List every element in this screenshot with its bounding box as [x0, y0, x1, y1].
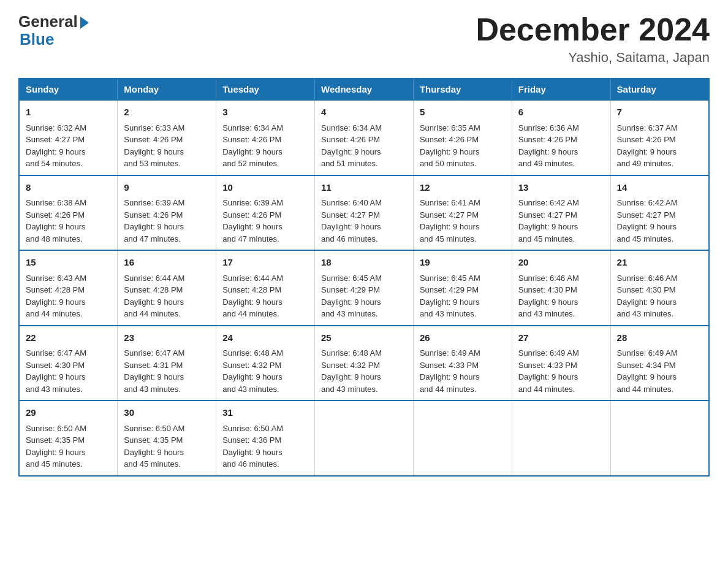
day-number: 1: [26, 105, 111, 120]
day-number: 27: [518, 331, 604, 345]
day-number: 14: [617, 181, 702, 195]
day-number: 25: [321, 331, 407, 345]
calendar-week-3: 15Sunrise: 6:43 AMSunset: 4:28 PMDayligh…: [19, 250, 709, 326]
calendar-cell: 24Sunrise: 6:48 AMSunset: 4:32 PMDayligh…: [216, 326, 315, 401]
day-info: Sunrise: 6:44 AMSunset: 4:28 PMDaylight:…: [124, 272, 210, 320]
day-info: Sunrise: 6:36 AMSunset: 4:26 PMDaylight:…: [518, 122, 604, 170]
logo: General Blue: [18, 12, 89, 49]
calendar-header-row: SundayMondayTuesdayWednesdayThursdayFrid…: [19, 79, 709, 100]
calendar-cell: 27Sunrise: 6:49 AMSunset: 4:33 PMDayligh…: [512, 326, 610, 401]
calendar-cell: 11Sunrise: 6:40 AMSunset: 4:27 PMDayligh…: [315, 175, 414, 251]
calendar-cell: 16Sunrise: 6:44 AMSunset: 4:28 PMDayligh…: [118, 250, 216, 326]
day-number: 30: [124, 406, 210, 420]
day-number: 11: [321, 181, 407, 195]
calendar-cell: 28Sunrise: 6:49 AMSunset: 4:34 PMDayligh…: [610, 326, 709, 401]
day-number: 8: [26, 181, 111, 195]
header-thursday: Thursday: [413, 79, 512, 100]
calendar-cell: 17Sunrise: 6:44 AMSunset: 4:28 PMDayligh…: [216, 250, 315, 326]
day-number: 12: [420, 181, 506, 195]
day-number: 18: [321, 256, 407, 270]
calendar-week-4: 22Sunrise: 6:47 AMSunset: 4:30 PMDayligh…: [19, 326, 709, 401]
calendar-cell: [315, 400, 414, 476]
logo-arrow-icon: [80, 17, 89, 29]
calendar-week-1: 1Sunrise: 6:32 AMSunset: 4:27 PMDaylight…: [19, 100, 709, 175]
day-number: 31: [222, 406, 308, 420]
header-saturday: Saturday: [610, 79, 709, 100]
calendar-cell: 12Sunrise: 6:41 AMSunset: 4:27 PMDayligh…: [413, 175, 512, 251]
page-header: General Blue December 2024 Yashio, Saita…: [18, 12, 710, 66]
calendar-cell: 13Sunrise: 6:42 AMSunset: 4:27 PMDayligh…: [512, 175, 610, 251]
day-info: Sunrise: 6:50 AMSunset: 4:35 PMDaylight:…: [124, 423, 210, 470]
calendar-cell: 9Sunrise: 6:39 AMSunset: 4:26 PMDaylight…: [118, 175, 216, 251]
day-info: Sunrise: 6:47 AMSunset: 4:30 PMDaylight:…: [26, 347, 111, 395]
day-info: Sunrise: 6:34 AMSunset: 4:26 PMDaylight:…: [222, 122, 308, 170]
calendar-cell: 20Sunrise: 6:46 AMSunset: 4:30 PMDayligh…: [512, 250, 610, 326]
calendar-cell: 1Sunrise: 6:32 AMSunset: 4:27 PMDaylight…: [19, 100, 118, 175]
day-info: Sunrise: 6:43 AMSunset: 4:28 PMDaylight:…: [26, 272, 111, 320]
day-number: 15: [26, 256, 111, 270]
day-number: 13: [518, 181, 604, 195]
calendar-cell: 8Sunrise: 6:38 AMSunset: 4:26 PMDaylight…: [19, 175, 118, 251]
calendar-cell: 21Sunrise: 6:46 AMSunset: 4:30 PMDayligh…: [610, 250, 709, 326]
day-info: Sunrise: 6:45 AMSunset: 4:29 PMDaylight:…: [420, 272, 506, 320]
day-info: Sunrise: 6:48 AMSunset: 4:32 PMDaylight:…: [321, 347, 407, 395]
calendar-cell: 31Sunrise: 6:50 AMSunset: 4:36 PMDayligh…: [216, 400, 315, 476]
day-number: 23: [124, 331, 210, 345]
title-block: December 2024 Yashio, Saitama, Japan: [476, 12, 710, 66]
day-info: Sunrise: 6:33 AMSunset: 4:26 PMDaylight:…: [124, 122, 210, 170]
calendar-cell: [610, 400, 709, 476]
calendar-cell: [512, 400, 610, 476]
calendar-cell: 5Sunrise: 6:35 AMSunset: 4:26 PMDaylight…: [413, 100, 512, 175]
day-number: 10: [222, 181, 308, 195]
day-info: Sunrise: 6:34 AMSunset: 4:26 PMDaylight:…: [321, 122, 407, 170]
calendar-table: SundayMondayTuesdayWednesdayThursdayFrid…: [18, 78, 710, 477]
calendar-cell: 14Sunrise: 6:42 AMSunset: 4:27 PMDayligh…: [610, 175, 709, 251]
day-number: 22: [26, 331, 111, 345]
day-info: Sunrise: 6:49 AMSunset: 4:34 PMDaylight:…: [617, 347, 702, 395]
location: Yashio, Saitama, Japan: [476, 50, 710, 66]
day-info: Sunrise: 6:44 AMSunset: 4:28 PMDaylight:…: [222, 272, 308, 320]
calendar-week-2: 8Sunrise: 6:38 AMSunset: 4:26 PMDaylight…: [19, 175, 709, 251]
header-sunday: Sunday: [19, 79, 118, 100]
calendar-cell: 25Sunrise: 6:48 AMSunset: 4:32 PMDayligh…: [315, 326, 414, 401]
day-number: 2: [124, 105, 210, 120]
day-number: 29: [26, 406, 111, 420]
day-info: Sunrise: 6:39 AMSunset: 4:26 PMDaylight:…: [124, 197, 210, 245]
calendar-cell: 10Sunrise: 6:39 AMSunset: 4:26 PMDayligh…: [216, 175, 315, 251]
logo-blue-text: Blue: [20, 30, 54, 49]
day-info: Sunrise: 6:46 AMSunset: 4:30 PMDaylight:…: [617, 272, 702, 320]
calendar-cell: 6Sunrise: 6:36 AMSunset: 4:26 PMDaylight…: [512, 100, 610, 175]
day-info: Sunrise: 6:50 AMSunset: 4:36 PMDaylight:…: [222, 423, 308, 470]
day-number: 3: [222, 105, 308, 120]
calendar-cell: 2Sunrise: 6:33 AMSunset: 4:26 PMDaylight…: [118, 100, 216, 175]
header-tuesday: Tuesday: [216, 79, 315, 100]
day-info: Sunrise: 6:49 AMSunset: 4:33 PMDaylight:…: [518, 347, 604, 395]
calendar-week-5: 29Sunrise: 6:50 AMSunset: 4:35 PMDayligh…: [19, 400, 709, 476]
day-info: Sunrise: 6:49 AMSunset: 4:33 PMDaylight:…: [420, 347, 506, 395]
calendar-cell: 7Sunrise: 6:37 AMSunset: 4:26 PMDaylight…: [610, 100, 709, 175]
day-info: Sunrise: 6:42 AMSunset: 4:27 PMDaylight:…: [518, 197, 604, 245]
logo-general-text: General: [18, 12, 78, 31]
day-number: 28: [617, 331, 702, 345]
calendar-cell: 22Sunrise: 6:47 AMSunset: 4:30 PMDayligh…: [19, 326, 118, 401]
day-number: 16: [124, 256, 210, 270]
header-wednesday: Wednesday: [315, 79, 414, 100]
day-info: Sunrise: 6:32 AMSunset: 4:27 PMDaylight:…: [26, 122, 111, 170]
calendar-cell: 18Sunrise: 6:45 AMSunset: 4:29 PMDayligh…: [315, 250, 414, 326]
calendar-cell: 15Sunrise: 6:43 AMSunset: 4:28 PMDayligh…: [19, 250, 118, 326]
day-number: 26: [420, 331, 506, 345]
day-number: 5: [420, 105, 506, 120]
day-info: Sunrise: 6:47 AMSunset: 4:31 PMDaylight:…: [124, 347, 210, 395]
day-info: Sunrise: 6:41 AMSunset: 4:27 PMDaylight:…: [420, 197, 506, 245]
day-info: Sunrise: 6:38 AMSunset: 4:26 PMDaylight:…: [26, 197, 111, 245]
day-info: Sunrise: 6:42 AMSunset: 4:27 PMDaylight:…: [617, 197, 702, 245]
day-number: 20: [518, 256, 604, 270]
header-monday: Monday: [118, 79, 216, 100]
day-number: 19: [420, 256, 506, 270]
day-number: 4: [321, 105, 407, 120]
calendar-cell: [413, 400, 512, 476]
month-title: December 2024: [476, 12, 710, 47]
day-number: 17: [222, 256, 308, 270]
day-number: 7: [617, 105, 702, 120]
day-info: Sunrise: 6:50 AMSunset: 4:35 PMDaylight:…: [26, 423, 111, 470]
